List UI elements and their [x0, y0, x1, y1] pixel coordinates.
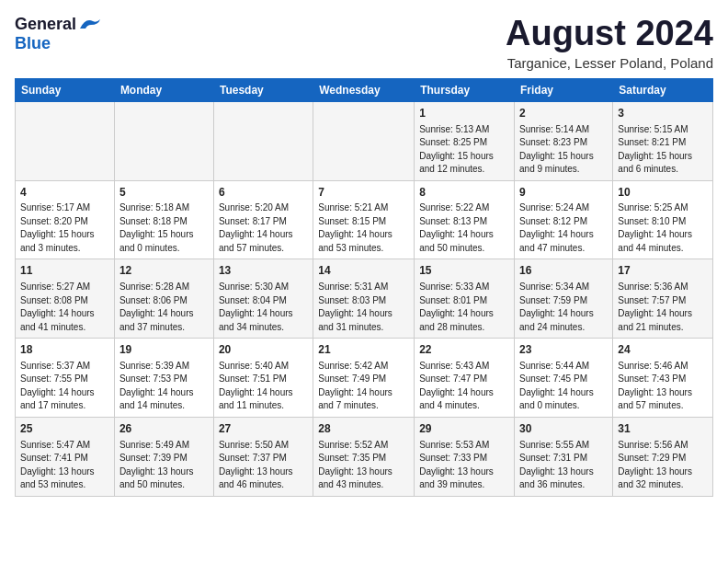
- day-info: Sunrise: 5:18 AM Sunset: 8:18 PM Dayligh…: [119, 201, 209, 255]
- day-info: Sunrise: 5:49 AM Sunset: 7:39 PM Dayligh…: [119, 439, 209, 492]
- calendar-cell: 6Sunrise: 5:20 AM Sunset: 8:17 PM Daylig…: [213, 180, 313, 259]
- header-sunday: Sunday: [16, 78, 115, 101]
- day-number: 8: [419, 185, 509, 201]
- day-info: Sunrise: 5:13 AM Sunset: 8:25 PM Dayligh…: [419, 123, 509, 177]
- calendar-cell: [114, 101, 213, 180]
- day-number: 24: [618, 342, 708, 358]
- day-number: 15: [419, 263, 509, 279]
- calendar-cell: 8Sunrise: 5:22 AM Sunset: 8:13 PM Daylig…: [415, 180, 515, 259]
- calendar-cell: 31Sunrise: 5:56 AM Sunset: 7:29 PM Dayli…: [613, 417, 713, 496]
- calendar-subtitle: Targanice, Lesser Poland, Poland: [506, 55, 713, 71]
- calendar-week-2: 4Sunrise: 5:17 AM Sunset: 8:20 PM Daylig…: [16, 180, 713, 259]
- day-number: 5: [119, 185, 209, 201]
- day-number: 6: [219, 185, 308, 201]
- day-number: 26: [119, 421, 209, 437]
- day-info: Sunrise: 5:40 AM Sunset: 7:51 PM Dayligh…: [219, 360, 308, 413]
- day-number: 27: [219, 421, 308, 437]
- calendar-cell: 29Sunrise: 5:53 AM Sunset: 7:33 PM Dayli…: [415, 417, 515, 496]
- day-info: Sunrise: 5:42 AM Sunset: 7:49 PM Dayligh…: [318, 360, 409, 413]
- calendar-cell: 4Sunrise: 5:17 AM Sunset: 8:20 PM Daylig…: [16, 180, 115, 259]
- day-number: 20: [219, 342, 308, 358]
- calendar-cell: 19Sunrise: 5:39 AM Sunset: 7:53 PM Dayli…: [114, 339, 213, 418]
- calendar-cell: 10Sunrise: 5:25 AM Sunset: 8:10 PM Dayli…: [613, 180, 713, 259]
- calendar-title: August 2024: [506, 15, 713, 53]
- header-saturday: Saturday: [613, 78, 713, 101]
- day-number: 14: [318, 263, 409, 279]
- calendar-header-row: SundayMondayTuesdayWednesdayThursdayFrid…: [16, 78, 713, 101]
- day-number: 28: [318, 421, 409, 437]
- calendar-cell: 21Sunrise: 5:42 AM Sunset: 7:49 PM Dayli…: [313, 339, 415, 418]
- day-info: Sunrise: 5:27 AM Sunset: 8:08 PM Dayligh…: [20, 281, 109, 334]
- day-info: Sunrise: 5:22 AM Sunset: 8:13 PM Dayligh…: [419, 201, 509, 255]
- day-info: Sunrise: 5:55 AM Sunset: 7:31 PM Dayligh…: [519, 439, 608, 492]
- calendar-week-4: 18Sunrise: 5:37 AM Sunset: 7:55 PM Dayli…: [16, 339, 713, 418]
- day-number: 1: [419, 106, 509, 121]
- header-wednesday: Wednesday: [313, 78, 415, 101]
- calendar-cell: 28Sunrise: 5:52 AM Sunset: 7:35 PM Dayli…: [313, 417, 415, 496]
- calendar-cell: 16Sunrise: 5:34 AM Sunset: 7:59 PM Dayli…: [515, 259, 613, 339]
- day-number: 21: [318, 342, 409, 358]
- calendar-cell: 20Sunrise: 5:40 AM Sunset: 7:51 PM Dayli…: [213, 339, 313, 418]
- day-number: 29: [419, 421, 509, 437]
- day-number: 19: [119, 342, 209, 358]
- day-info: Sunrise: 5:14 AM Sunset: 8:23 PM Dayligh…: [519, 123, 608, 177]
- day-number: 7: [318, 185, 409, 201]
- day-info: Sunrise: 5:37 AM Sunset: 7:55 PM Dayligh…: [20, 360, 109, 413]
- day-info: Sunrise: 5:53 AM Sunset: 7:33 PM Dayligh…: [419, 439, 509, 492]
- day-info: Sunrise: 5:25 AM Sunset: 8:10 PM Dayligh…: [618, 201, 708, 255]
- day-info: Sunrise: 5:56 AM Sunset: 7:29 PM Dayligh…: [618, 439, 708, 492]
- calendar-cell: 26Sunrise: 5:49 AM Sunset: 7:39 PM Dayli…: [114, 417, 213, 496]
- calendar-cell: 25Sunrise: 5:47 AM Sunset: 7:41 PM Dayli…: [16, 417, 115, 496]
- calendar-cell: [213, 101, 313, 180]
- calendar-cell: 7Sunrise: 5:21 AM Sunset: 8:15 PM Daylig…: [313, 180, 415, 259]
- calendar-cell: 12Sunrise: 5:28 AM Sunset: 8:06 PM Dayli…: [114, 259, 213, 339]
- day-number: 23: [519, 342, 608, 358]
- calendar-cell: 3Sunrise: 5:15 AM Sunset: 8:21 PM Daylig…: [613, 101, 713, 180]
- page-header: General Blue August 2024 Targanice, Less…: [15, 15, 713, 71]
- day-number: 22: [419, 342, 509, 358]
- day-number: 17: [618, 263, 708, 279]
- calendar-cell: 5Sunrise: 5:18 AM Sunset: 8:18 PM Daylig…: [114, 180, 213, 259]
- header-tuesday: Tuesday: [213, 78, 313, 101]
- day-info: Sunrise: 5:15 AM Sunset: 8:21 PM Dayligh…: [618, 123, 708, 177]
- calendar-cell: 9Sunrise: 5:24 AM Sunset: 8:12 PM Daylig…: [515, 180, 613, 259]
- day-number: 18: [20, 342, 109, 358]
- day-info: Sunrise: 5:31 AM Sunset: 8:03 PM Dayligh…: [318, 281, 409, 334]
- day-number: 4: [20, 185, 109, 201]
- logo: General Blue: [15, 15, 104, 53]
- day-info: Sunrise: 5:28 AM Sunset: 8:06 PM Dayligh…: [119, 281, 209, 334]
- day-info: Sunrise: 5:39 AM Sunset: 7:53 PM Dayligh…: [119, 360, 209, 413]
- day-info: Sunrise: 5:34 AM Sunset: 7:59 PM Dayligh…: [519, 281, 608, 334]
- calendar-cell: 17Sunrise: 5:36 AM Sunset: 7:57 PM Dayli…: [613, 259, 713, 339]
- logo-bird-icon: [78, 16, 104, 34]
- calendar-week-5: 25Sunrise: 5:47 AM Sunset: 7:41 PM Dayli…: [16, 417, 713, 496]
- logo-blue: Blue: [15, 34, 51, 53]
- calendar-cell: 11Sunrise: 5:27 AM Sunset: 8:08 PM Dayli…: [16, 259, 115, 339]
- day-info: Sunrise: 5:21 AM Sunset: 8:15 PM Dayligh…: [318, 201, 409, 255]
- header-thursday: Thursday: [415, 78, 515, 101]
- calendar-cell: [16, 101, 115, 180]
- day-info: Sunrise: 5:44 AM Sunset: 7:45 PM Dayligh…: [519, 360, 608, 413]
- day-number: 11: [20, 263, 109, 279]
- calendar-cell: 18Sunrise: 5:37 AM Sunset: 7:55 PM Dayli…: [16, 339, 115, 418]
- title-block: August 2024 Targanice, Lesser Poland, Po…: [506, 15, 713, 71]
- calendar-cell: 22Sunrise: 5:43 AM Sunset: 7:47 PM Dayli…: [415, 339, 515, 418]
- calendar-cell: 24Sunrise: 5:46 AM Sunset: 7:43 PM Dayli…: [613, 339, 713, 418]
- day-number: 9: [519, 185, 608, 201]
- header-friday: Friday: [515, 78, 613, 101]
- day-info: Sunrise: 5:43 AM Sunset: 7:47 PM Dayligh…: [419, 360, 509, 413]
- calendar-cell: 13Sunrise: 5:30 AM Sunset: 8:04 PM Dayli…: [213, 259, 313, 339]
- logo-general: General: [15, 15, 76, 34]
- day-info: Sunrise: 5:30 AM Sunset: 8:04 PM Dayligh…: [219, 281, 308, 334]
- day-number: 13: [219, 263, 308, 279]
- day-info: Sunrise: 5:46 AM Sunset: 7:43 PM Dayligh…: [618, 360, 708, 413]
- day-info: Sunrise: 5:17 AM Sunset: 8:20 PM Dayligh…: [20, 201, 109, 255]
- day-number: 16: [519, 263, 608, 279]
- calendar-cell: 30Sunrise: 5:55 AM Sunset: 7:31 PM Dayli…: [515, 417, 613, 496]
- day-info: Sunrise: 5:36 AM Sunset: 7:57 PM Dayligh…: [618, 281, 708, 334]
- calendar-week-3: 11Sunrise: 5:27 AM Sunset: 8:08 PM Dayli…: [16, 259, 713, 339]
- header-monday: Monday: [114, 78, 213, 101]
- calendar-cell: 1Sunrise: 5:13 AM Sunset: 8:25 PM Daylig…: [415, 101, 515, 180]
- calendar-cell: 15Sunrise: 5:33 AM Sunset: 8:01 PM Dayli…: [415, 259, 515, 339]
- day-number: 12: [119, 263, 209, 279]
